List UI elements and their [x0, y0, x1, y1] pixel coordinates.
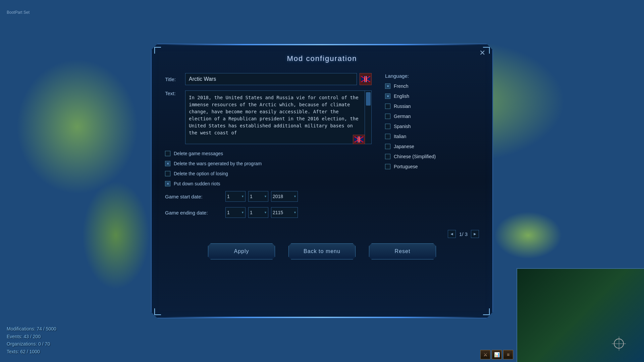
- start-date-row: Game start date: 12345678910111213141516…: [165, 191, 372, 202]
- checkbox-label-2: Delete the option of losing: [174, 171, 228, 176]
- checkbox-1[interactable]: [165, 161, 170, 166]
- start-day-wrapper: 1234567891011121314151617181920212223242…: [225, 191, 246, 202]
- lang-checkbox-1[interactable]: [385, 94, 390, 99]
- next-page-button[interactable]: ►: [471, 230, 479, 238]
- start-month-wrapper: 123456789101112: [248, 191, 268, 202]
- modal-content: Title: Text:: [165, 73, 479, 223]
- end-day-wrapper: 1234567891011121314151617181920212223242…: [225, 207, 246, 218]
- lang-name-1: English: [394, 94, 409, 99]
- language-item-english[interactable]: English: [385, 94, 479, 99]
- start-date-selects: 1234567891011121314151617181920212223242…: [225, 191, 298, 202]
- action-buttons: Apply Back to menu Reset: [165, 243, 479, 259]
- checkbox-label-3: Put down sudden riots: [174, 181, 220, 186]
- pagination: ◄ 1/ 3 ►: [165, 230, 479, 238]
- start-year-wrapper: 1900190119021903190419051906190719081909…: [271, 191, 298, 202]
- lang-checkbox-6[interactable]: [385, 144, 390, 149]
- end-month-wrapper: 123456789101112: [248, 207, 268, 218]
- textarea-uk-flag-icon: [354, 136, 364, 142]
- language-item-chinese-(simplified)[interactable]: Chinese (Simplified): [385, 154, 479, 159]
- language-item-japanese[interactable]: Japanese: [385, 144, 479, 149]
- corner-tl-decoration: [154, 47, 161, 54]
- lang-checkbox-8[interactable]: [385, 164, 390, 169]
- uk-flag-icon: [361, 76, 370, 82]
- modal-overlay: ✕ Mod configuration Title: Text:: [0, 0, 644, 362]
- modal-bottom-border: [165, 317, 479, 318]
- textarea-flag-button[interactable]: [353, 135, 365, 144]
- start-date-label: Game start date:: [165, 194, 225, 199]
- checkbox-label-0: Delete game messages: [174, 151, 223, 156]
- lang-name-6: Japanese: [394, 144, 414, 149]
- checkbox-2[interactable]: [165, 171, 170, 176]
- lang-checkbox-4[interactable]: [385, 124, 390, 129]
- lang-name-2: Russian: [394, 104, 411, 109]
- lang-name-5: Italian: [394, 134, 406, 139]
- lang-checkbox-2[interactable]: [385, 104, 390, 109]
- right-panel: Language: FrenchEnglishRussianGermanSpan…: [385, 73, 479, 223]
- start-month-select[interactable]: 123456789101112: [248, 191, 268, 202]
- left-panel: Title: Text:: [165, 73, 372, 223]
- lang-name-4: Spanish: [394, 124, 411, 129]
- lang-name-0: French: [394, 83, 409, 89]
- scroll-thumb: [366, 92, 371, 106]
- lang-checkbox-0[interactable]: [385, 83, 390, 89]
- corner-bl-decoration: [154, 308, 161, 315]
- end-date-selects: 1234567891011121314151617181920212223242…: [225, 207, 298, 218]
- checkbox-row-2[interactable]: Delete the option of losing: [165, 171, 372, 176]
- language-section: Language: FrenchEnglishRussianGermanSpan…: [385, 73, 479, 174]
- languages-list: FrenchEnglishRussianGermanSpanishItalian…: [385, 83, 479, 174]
- checkbox-row-1[interactable]: Delete the wars generated by the program: [165, 161, 372, 166]
- end-month-select[interactable]: 123456789101112: [248, 207, 268, 218]
- checkbox-0[interactable]: [165, 151, 170, 156]
- language-item-french[interactable]: French: [385, 83, 479, 89]
- reset-button[interactable]: Reset: [369, 243, 436, 259]
- lang-name-8: Portuguese: [394, 164, 418, 169]
- corner-br-decoration: [483, 308, 490, 315]
- lang-name-3: German: [394, 114, 411, 119]
- back-to-menu-button[interactable]: Back to menu: [288, 243, 356, 259]
- modal-top-border: [165, 44, 479, 45]
- checkboxes-section: Delete game messagesDelete the wars gene…: [165, 151, 372, 186]
- checkbox-3[interactable]: [165, 181, 170, 186]
- title-row: Title:: [165, 73, 372, 85]
- end-year-wrapper: 1900190119021903190419051906190719081909…: [271, 207, 298, 218]
- text-label: Text:: [165, 90, 185, 96]
- flag-button[interactable]: [360, 73, 372, 85]
- language-title: Language:: [385, 73, 479, 79]
- checkbox-row-3[interactable]: Put down sudden riots: [165, 181, 372, 186]
- language-item-spanish[interactable]: Spanish: [385, 124, 479, 129]
- language-item-german[interactable]: German: [385, 114, 479, 119]
- mod-config-modal: ✕ Mod configuration Title: Text:: [151, 44, 493, 318]
- end-date-row: Game ending date: 1234567891011121314151…: [165, 207, 372, 218]
- lang-checkbox-5[interactable]: [385, 134, 390, 139]
- mod-textarea[interactable]: [185, 90, 365, 144]
- lang-checkbox-3[interactable]: [385, 114, 390, 119]
- language-item-russian[interactable]: Russian: [385, 104, 479, 109]
- start-year-select[interactable]: 1900190119021903190419051906190719081909…: [271, 191, 298, 202]
- end-year-select[interactable]: 1900190119021903190419051906190719081909…: [271, 207, 298, 218]
- title-input[interactable]: [185, 73, 357, 85]
- text-row: Text:: [165, 90, 372, 144]
- lang-name-7: Chinese (Simplified): [394, 154, 436, 159]
- start-day-select[interactable]: 1234567891011121314151617181920212223242…: [225, 191, 246, 202]
- end-date-label: Game ending date:: [165, 210, 225, 216]
- checkbox-label-1: Delete the wars generated by the program: [174, 161, 262, 166]
- lang-checkbox-7[interactable]: [385, 154, 390, 159]
- modal-title: Mod configuration: [165, 54, 479, 63]
- textarea-wrapper: [185, 90, 372, 144]
- page-indicator: 1/ 3: [459, 231, 468, 237]
- language-item-italian[interactable]: Italian: [385, 134, 479, 139]
- prev-page-button[interactable]: ◄: [448, 230, 456, 238]
- apply-button[interactable]: Apply: [208, 243, 275, 259]
- language-item-portuguese[interactable]: Portuguese: [385, 164, 479, 169]
- checkbox-row-0[interactable]: Delete game messages: [165, 151, 372, 156]
- end-day-select[interactable]: 1234567891011121314151617181920212223242…: [225, 207, 246, 218]
- title-label: Title:: [165, 76, 185, 82]
- close-button[interactable]: ✕: [477, 48, 488, 58]
- textarea-scrollbar[interactable]: [365, 90, 372, 144]
